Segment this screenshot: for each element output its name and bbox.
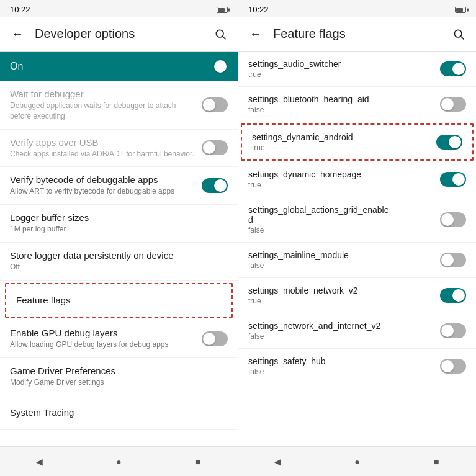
setting-title: Verify bytecode of debuggable apps <box>10 174 194 185</box>
flag-audio-switcher[interactable]: settings_audio_switcher true <box>238 52 476 87</box>
setting-system-tracing[interactable]: System Tracing <box>0 395 238 430</box>
setting-desc: Modify Game Driver settings <box>10 377 220 388</box>
right-status-bar: 10:22 <box>238 0 476 17</box>
setting-verify-bytecode[interactable]: Verify bytecode of debuggable apps Allow… <box>0 167 238 205</box>
setting-wait-debugger[interactable]: Wait for debugger Debugged application w… <box>0 81 238 130</box>
setting-title: Game Driver Preferences <box>10 366 220 376</box>
right-app-bar: ← Feature flags <box>238 17 476 52</box>
flag-mobile-network-text: settings_mobile_network_v2 true <box>248 285 358 305</box>
setting-desc: Debugged application waits for debugger … <box>10 101 194 122</box>
flag-dynamic-android-text: settings_dynamic_android true <box>252 132 353 152</box>
flag-mainline-module-toggle[interactable] <box>440 253 466 267</box>
setting-logger-buffer-text: Logger buffer sizes 1M per log buffer <box>10 212 220 235</box>
flag-global-actions-toggle[interactable] <box>440 212 466 227</box>
wait-debugger-toggle[interactable] <box>202 97 228 112</box>
setting-verify-usb[interactable]: Verify apps over USB Check apps installe… <box>0 130 238 168</box>
setting-store-logger[interactable]: Store logger data persistently on device… <box>0 243 238 281</box>
setting-system-tracing-text: System Tracing <box>10 407 220 418</box>
right-battery-icon <box>455 7 466 13</box>
svg-point-2 <box>454 30 462 37</box>
flag-mobile-network[interactable]: settings_mobile_network_v2 true <box>238 278 476 313</box>
left-back-button[interactable]: ← <box>10 27 25 42</box>
flag-safety-hub-toggle[interactable] <box>440 359 466 374</box>
setting-logger-buffer[interactable]: Logger buffer sizes 1M per log buffer <box>0 205 238 243</box>
flag-safety-hub[interactable]: settings_safety_hub false <box>238 349 476 384</box>
svg-point-0 <box>216 30 223 37</box>
setting-desc: Check apps installed via ADB/ADT for har… <box>10 149 194 159</box>
left-phone-panel: 10:22 ← Developer options On Wait for de… <box>0 0 238 476</box>
flag-mainline-module[interactable]: settings_mainline_module false <box>238 243 476 278</box>
right-recents-nav[interactable]: ■ <box>429 454 444 469</box>
left-nav-bar: ◀ ● ■ <box>0 446 238 476</box>
gpu-debug-toggle[interactable] <box>202 331 228 346</box>
svg-line-3 <box>461 36 464 39</box>
setting-store-logger-text: Store logger data persistently on device… <box>10 250 220 272</box>
left-battery-icon <box>217 7 228 13</box>
setting-desc: 1M per log buffer <box>10 224 220 235</box>
setting-desc: Off <box>10 262 220 272</box>
flag-global-actions-text: settings_global_actions_grid_enabled fal… <box>248 205 389 235</box>
setting-verify-bytecode-text: Verify bytecode of debuggable apps Allow… <box>10 174 194 197</box>
right-nav-bar: ◀ ● ■ <box>238 446 476 476</box>
verify-bytecode-toggle[interactable] <box>202 178 228 193</box>
setting-title: Enable GPU debug layers <box>10 328 194 338</box>
setting-title: Store logger data persistently on device <box>10 250 220 261</box>
on-toggle[interactable] <box>202 59 228 74</box>
flag-bluetooth-hearing[interactable]: settings_bluetooth_hearing_aid false <box>238 87 476 122</box>
setting-desc: Allow ART to verify bytecode for debugga… <box>10 186 194 197</box>
flag-audio-switcher-text: settings_audio_switcher true <box>248 59 341 79</box>
right-back-button[interactable]: ← <box>248 27 263 42</box>
setting-gpu-debug[interactable]: Enable GPU debug layers Allow loading GP… <box>0 320 238 358</box>
setting-game-driver-text: Game Driver Preferences Modify Game Driv… <box>10 366 220 388</box>
setting-desc: Allow loading GPU debug layers for debug… <box>10 339 194 350</box>
left-home-nav[interactable]: ● <box>111 454 126 469</box>
flag-network-internet-text: settings_network_and_internet_v2 false <box>248 321 380 341</box>
flag-network-internet-toggle[interactable] <box>440 323 466 338</box>
flag-audio-switcher-toggle[interactable] <box>440 61 466 76</box>
setting-gpu-debug-text: Enable GPU debug layers Allow loading GP… <box>10 328 194 350</box>
setting-title: Feature flags <box>16 295 214 305</box>
setting-wait-debugger-text: Wait for debugger Debugged application w… <box>10 89 194 122</box>
setting-title: Verify apps over USB <box>10 137 194 148</box>
right-status-time: 10:22 <box>248 5 269 14</box>
right-search-button[interactable] <box>451 27 466 42</box>
left-recents-nav[interactable]: ■ <box>191 454 205 469</box>
setting-game-driver[interactable]: Game Driver Preferences Modify Game Driv… <box>0 358 238 396</box>
flag-dynamic-homepage[interactable]: settings_dynamic_homepage true <box>238 162 476 197</box>
flag-dynamic-android-toggle[interactable] <box>436 135 462 150</box>
flag-global-actions[interactable]: settings_global_actions_grid_enabled fal… <box>238 197 476 243</box>
on-label: On <box>10 61 23 72</box>
left-status-bar: 10:22 <box>0 0 238 17</box>
flag-dynamic-android[interactable]: settings_dynamic_android true <box>241 123 474 161</box>
right-scroll-area: settings_audio_switcher true settings_bl… <box>238 52 476 446</box>
flag-mainline-module-text: settings_mainline_module false <box>248 250 349 270</box>
flag-bluetooth-hearing-toggle[interactable] <box>440 97 466 112</box>
on-toggle-row: On <box>0 52 238 81</box>
setting-feature-flags[interactable]: Feature flags <box>5 283 233 318</box>
flag-bluetooth-hearing-text: settings_bluetooth_hearing_aid false <box>248 94 369 114</box>
flag-dynamic-homepage-toggle[interactable] <box>440 172 466 187</box>
right-phone-panel: 10:22 ← Feature flags settings_audio_swi… <box>238 0 476 476</box>
left-status-time: 10:22 <box>10 5 30 14</box>
setting-title: Wait for debugger <box>10 89 194 99</box>
flag-dynamic-homepage-text: settings_dynamic_homepage true <box>248 169 361 189</box>
setting-feature-flags-text: Feature flags <box>16 295 214 305</box>
setting-title: System Tracing <box>10 407 220 418</box>
flag-mobile-network-toggle[interactable] <box>440 288 466 303</box>
flag-network-internet[interactable]: settings_network_and_internet_v2 false <box>238 313 476 349</box>
right-back-nav[interactable]: ◀ <box>271 454 285 469</box>
right-home-nav[interactable]: ● <box>349 454 364 469</box>
left-back-nav[interactable]: ◀ <box>32 454 47 469</box>
verify-usb-toggle[interactable] <box>202 140 228 155</box>
left-scroll-area: Wait for debugger Debugged application w… <box>0 81 238 446</box>
left-app-bar: ← Developer options <box>0 17 238 52</box>
right-app-bar-title: Feature flags <box>273 27 441 41</box>
flag-safety-hub-text: settings_safety_hub false <box>248 356 326 376</box>
setting-verify-usb-text: Verify apps over USB Check apps installe… <box>10 137 194 159</box>
setting-title: Logger buffer sizes <box>10 212 220 223</box>
left-app-bar-title: Developer options <box>35 27 203 41</box>
svg-line-1 <box>223 36 226 39</box>
left-search-button[interactable] <box>213 27 228 42</box>
